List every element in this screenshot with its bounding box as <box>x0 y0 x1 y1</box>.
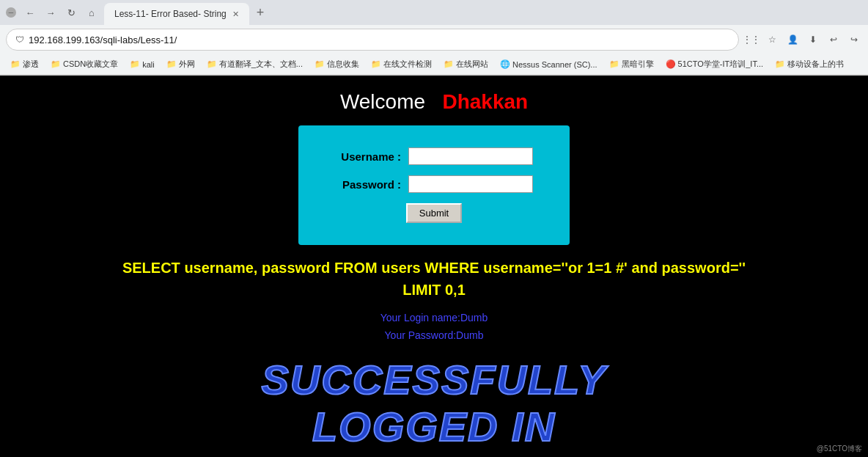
bookmark-icon[interactable]: ☆ <box>764 32 780 48</box>
bookmark-file-detect[interactable]: 📁 在线文件检测 <box>367 57 436 71</box>
bookmark-nessus[interactable]: 🌐 Nessus Scanner (SC)... <box>496 58 602 70</box>
bookmark-label: 在线文件检测 <box>383 59 432 70</box>
username-label: Username : <box>335 150 401 163</box>
folder-icon: 📁 <box>315 59 325 69</box>
active-tab[interactable]: Less-11- Error Based- String ✕ <box>104 3 249 25</box>
success-line1: SUCCESSFULLY <box>262 357 607 403</box>
tab-bar: ─ ← → ↻ ⌂ Less-11- Error Based- String ✕… <box>0 0 868 25</box>
bookmark-51cto[interactable]: 🔴 51CTO学堂-IT培训_IT... <box>661 57 768 71</box>
address-bar-row: 🛡 192.168.199.163/sqli-labs/Less-11/ ⋮⋮ … <box>0 25 868 54</box>
success-line2: LOGGED IN <box>262 403 607 450</box>
history-forward-icon[interactable]: ↪ <box>846 32 862 48</box>
url-text: 192.168.199.163/sqli-labs/Less-11/ <box>29 34 177 45</box>
download-icon[interactable]: ⬇ <box>805 32 821 48</box>
login-result: Your Login name:Dumb Your Password:Dumb <box>380 310 488 345</box>
folder-icon: 📁 <box>609 59 619 69</box>
welcome-header: Welcome Dhakkan <box>340 90 528 114</box>
bookmark-online-site[interactable]: 📁 在线网站 <box>439 57 493 71</box>
password-label: Password : <box>335 178 401 191</box>
folder-icon: 📁 <box>51 59 61 69</box>
bookmark-label: 51CTO学堂-IT培训_IT... <box>678 59 764 70</box>
reload-button[interactable]: ↻ <box>62 3 81 22</box>
window-minimize[interactable]: ─ <box>6 7 16 18</box>
tab-close-button[interactable]: ✕ <box>232 10 239 19</box>
address-bar[interactable]: 🛡 192.168.199.163/sqli-labs/Less-11/ <box>6 29 739 51</box>
extensions-icon[interactable]: ⋮⋮ <box>743 32 760 48</box>
welcome-name: Dhakkan <box>442 90 528 113</box>
bookmark-external[interactable]: 📁 外网 <box>162 57 199 71</box>
bookmark-info-collection[interactable]: 📁 信息收集 <box>310 57 364 71</box>
bookmark-label: 在线网站 <box>456 59 488 70</box>
folder-icon: 📁 <box>371 59 381 69</box>
browser-toolbar-icons: ⋮⋮ ☆ 👤 ⬇ ↩ ↪ <box>743 32 862 48</box>
bookmark-label: 有道翻译_文本、文档... <box>219 59 303 70</box>
history-back-icon[interactable]: ↩ <box>825 32 842 48</box>
password-input[interactable] <box>408 175 533 193</box>
username-row: Username : <box>335 147 533 165</box>
folder-icon: 📁 <box>130 59 140 69</box>
bookmark-kali[interactable]: 📁 kali <box>125 58 159 70</box>
welcome-text: Welcome <box>340 90 425 113</box>
browser-chrome: ─ ← → ↻ ⌂ Less-11- Error Based- String ✕… <box>0 0 868 76</box>
success-banner: SUCCESSFULLY LOGGED IN <box>262 357 607 451</box>
folder-icon: 📁 <box>10 59 21 69</box>
password-row: Password : <box>335 175 533 193</box>
watermark: @51CTO博客 <box>817 444 862 454</box>
bookmark-label: 渗透 <box>23 59 39 70</box>
folder-icon: 📁 <box>444 59 454 69</box>
home-button[interactable]: ⌂ <box>82 3 101 22</box>
bookmark-label: 黑暗引擎 <box>622 59 654 70</box>
security-icon: 🛡 <box>15 34 24 45</box>
folder-icon: 🔴 <box>666 59 676 69</box>
folder-icon: 🌐 <box>500 59 510 69</box>
bookmark-youdao[interactable]: 📁 有道翻译_文本、文档... <box>202 57 307 71</box>
login-form-container: Username : Password : Submit <box>298 125 570 245</box>
login-password-result: Your Password:Dumb <box>380 327 488 345</box>
folder-icon: 📁 <box>166 59 177 69</box>
bookmark-dark-engine[interactable]: 📁 黑暗引擎 <box>605 57 658 71</box>
bookmark-label: kali <box>142 60 155 69</box>
login-name-result: Your Login name:Dumb <box>380 310 488 327</box>
back-button[interactable]: ← <box>21 3 40 22</box>
username-input[interactable] <box>408 147 533 165</box>
nav-controls: ← → ↻ ⌂ <box>21 3 101 22</box>
bookmark-label: 移动设备上的书 <box>787 59 844 70</box>
tab-title: Less-11- Error Based- String <box>114 9 227 19</box>
bookmark-label: 外网 <box>179 59 195 70</box>
folder-icon: 📁 <box>775 59 785 69</box>
bookmark-label: Nessus Scanner (SC)... <box>512 60 597 69</box>
bookmarks-bar: 📁 渗透 📁 CSDN收藏文章 📁 kali 📁 外网 📁 有道翻译_文本、文档… <box>0 54 868 75</box>
bookmark-csdn[interactable]: 📁 CSDN收藏文章 <box>46 57 122 71</box>
page-content: Welcome Dhakkan Username : Password : Su… <box>0 76 868 457</box>
bookmark-label: 信息收集 <box>327 59 359 70</box>
new-tab-button[interactable]: + <box>252 5 269 21</box>
submit-button[interactable]: Submit <box>406 203 462 223</box>
forward-button[interactable]: → <box>41 3 60 22</box>
bookmark-label: CSDN收藏文章 <box>63 59 118 70</box>
sql-query-display: SELECT username, password FROM users WHE… <box>104 257 764 301</box>
bookmark-mobile[interactable]: 📁 移动设备上的书 <box>770 57 848 71</box>
folder-icon: 📁 <box>207 59 217 69</box>
bookmark-infiltration[interactable]: 📁 渗透 <box>6 57 43 71</box>
profile-icon[interactable]: 👤 <box>784 32 801 48</box>
